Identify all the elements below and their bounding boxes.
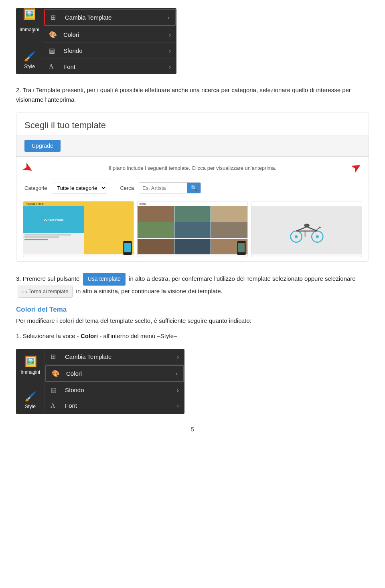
page-number: 5 <box>16 426 369 433</box>
svg-line-4 <box>296 227 306 231</box>
left-strip-bottom: 🖼️ Immagini 🖌️ Style <box>16 349 45 414</box>
bike-svg <box>285 216 329 244</box>
template-chooser-title: Scegli il tuo template <box>16 113 369 136</box>
first-menu-panel: 🖼️ Immagini 🖌️ Style ⊞ Cambia Template ›… <box>16 8 176 74</box>
second-menu-panel: 🖼️ Immagini 🖌️ Style ⊞ Cambia Template ›… <box>16 349 184 414</box>
menu2-cambia-icon: ⊞ <box>51 353 61 360</box>
step3-end: in alto a sinistra, per continuare la vi… <box>76 288 223 294</box>
search-label: Cerca <box>120 185 134 191</box>
immagini-label-2: Immagini <box>20 369 40 375</box>
immagini-icon-2: 🖼️ <box>24 355 37 368</box>
menu2-sfondo-arrow: › <box>177 387 179 393</box>
svg-line-5 <box>307 227 317 231</box>
style-icon: 🖌️ <box>24 51 36 62</box>
torna-label: ‹ Torna ai template <box>25 287 68 296</box>
right-menu-bottom: ⊞ Cambia Template › 🎨 Colori › ▤ Sfondo … <box>45 349 184 414</box>
style-label: Style <box>24 64 35 69</box>
svg-point-2 <box>295 235 298 238</box>
style-icon-2: 🖌️ <box>24 391 36 402</box>
menu2-font[interactable]: A Font › <box>45 398 184 413</box>
sfondo-arrow: › <box>169 47 171 54</box>
svg-point-3 <box>316 235 318 238</box>
template-thumbs: Tropical Travel LOREM IPSUM Bella <box>16 197 369 261</box>
menu-item-sfondo[interactable]: ▤ Sfondo › <box>43 43 176 59</box>
colori-description: Per modificare i colori del tema del tem… <box>16 316 369 326</box>
style-label-2: Style <box>25 404 36 409</box>
step3-intro: 3. Premere sul pulsante <box>16 275 79 282</box>
template-upgrade-bar: Upgrade <box>16 136 369 157</box>
sfondo-label: Sfondo <box>63 47 169 54</box>
menu2-font-arrow: › <box>177 402 179 409</box>
template-chooser: Scegli il tuo template Upgrade ➤ Il pian… <box>16 113 369 262</box>
menu2-sfondo[interactable]: ▤ Sfondo › <box>45 382 184 398</box>
torna-template-btn: ‹ ‹ Torna ai template <box>18 286 73 298</box>
menu2-sfondo-icon: ▤ <box>51 386 61 394</box>
section3-text: 3. Premere sul pulsante Usa template in … <box>16 273 369 298</box>
search-button[interactable]: 🔍 <box>187 183 201 193</box>
cambia-template-arrow: › <box>167 14 169 21</box>
font-arrow: › <box>169 63 171 70</box>
thumb-bella[interactable]: Bella <box>137 201 248 257</box>
menu2-sfondo-label: Sfondo <box>65 387 177 393</box>
svg-line-10 <box>316 228 320 230</box>
left-strip-top: 🖼️ Immagini 🖌️ Style <box>16 8 43 74</box>
search-input[interactable] <box>139 183 187 193</box>
menu-item-cambia-template[interactable]: ⊞ Cambia Template › <box>44 9 176 26</box>
menu2-colori-icon: 🎨 <box>52 370 62 377</box>
menu2-colori-label: Colori <box>66 370 176 377</box>
svg-point-9 <box>304 224 310 227</box>
colori-arrow: › <box>169 31 171 38</box>
colori-heading: Colori del Tema <box>16 306 369 314</box>
cambia-template-icon: ⊞ <box>51 14 61 21</box>
search-input-wrap: 🔍 <box>139 182 201 193</box>
menu2-font-icon: A <box>51 402 61 409</box>
torna-chevron: ‹ <box>22 288 24 296</box>
right-menu-top: ⊞ Cambia Template › 🎨 Colori › ▤ Sfondo … <box>43 8 176 74</box>
category-label: Categorie <box>24 185 47 191</box>
font-icon: A <box>49 63 59 70</box>
menu2-colori[interactable]: 🎨 Colori › <box>45 365 184 382</box>
colori-icon: 🎨 <box>49 31 59 38</box>
step3-mid: in alto a destra, per confermare l'utili… <box>129 275 355 282</box>
colori-bold: Colori <box>81 332 98 339</box>
cambia-template-label: Cambia Template <box>65 14 167 21</box>
menu2-cambia-template[interactable]: ⊞ Cambia Template › <box>45 349 184 365</box>
menu-item-colori[interactable]: 🎨 Colori › <box>43 27 176 43</box>
filter-bar: Categorie Tutte le categorie Cerca 🔍 <box>16 179 369 197</box>
font-label: Font <box>63 63 169 70</box>
usa-template-btn: Usa template <box>83 273 126 286</box>
colori-step1: 1. Selezionare la voce - Colori - all'in… <box>16 331 369 341</box>
immagini-label: Immagini <box>16 27 43 37</box>
category-select[interactable]: Tutte le categorie <box>52 183 107 193</box>
template-note: Il piano include i seguenti template. Cl… <box>38 165 347 171</box>
right-arrow-indicator: ➤ <box>348 159 365 177</box>
sfondo-icon: ▤ <box>49 47 59 54</box>
thumb-bike[interactable] <box>251 201 362 257</box>
menu2-cambia-label: Cambia Template <box>65 353 177 360</box>
menu2-cambia-arrow: › <box>177 353 179 360</box>
left-arrow-indicator: ➤ <box>20 159 36 177</box>
thumb-tropical[interactable]: Tropical Travel LOREM IPSUM <box>23 201 134 257</box>
menu2-colori-arrow: › <box>176 370 178 377</box>
upgrade-button[interactable]: Upgrade <box>24 140 61 152</box>
colori-label: Colori <box>63 31 169 38</box>
immagini-icon: 🖼️ <box>16 8 43 25</box>
menu2-font-label: Font <box>65 402 177 409</box>
section2-text: 2. Tra i Template presenti, per i quali … <box>16 85 369 105</box>
menu-item-font[interactable]: A Font › <box>43 59 176 74</box>
